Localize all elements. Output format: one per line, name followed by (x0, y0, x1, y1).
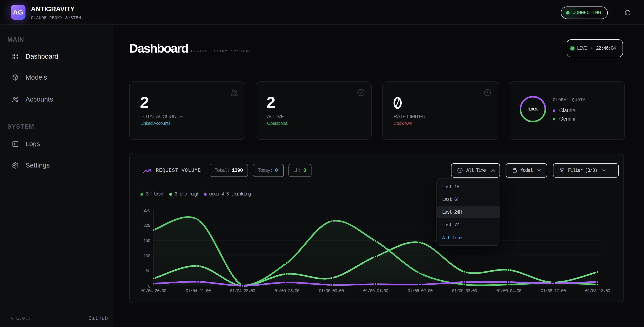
svg-text:01/08 17:00: 01/08 17:00 (541, 288, 566, 294)
svg-text:250: 250 (143, 208, 150, 213)
svg-text:01/06 04:00: 01/06 04:00 (496, 288, 521, 294)
svg-text:01/06 01:00: 01/06 01:00 (363, 288, 388, 294)
svg-text:01/08 18:00: 01/08 18:00 (585, 288, 610, 294)
svg-text:01/04 22:00: 01/04 22:00 (230, 288, 255, 294)
svg-text:50: 50 (146, 268, 150, 274)
svg-text:200: 200 (143, 223, 150, 228)
svg-text:01/06 02:00: 01/06 02:00 (408, 288, 432, 294)
svg-text:01/06 03:00: 01/06 03:00 (452, 288, 477, 294)
svg-text:150: 150 (143, 238, 150, 243)
svg-text:01/04 21:00: 01/04 21:00 (186, 288, 211, 294)
svg-text:100: 100 (143, 254, 150, 258)
svg-text:01/04 20:00: 01/04 20:00 (141, 288, 166, 294)
svg-text:01/05 23:00: 01/05 23:00 (274, 288, 300, 294)
svg-text:0: 0 (148, 284, 150, 289)
svg-text:01/06 00:00: 01/06 00:00 (319, 288, 344, 294)
